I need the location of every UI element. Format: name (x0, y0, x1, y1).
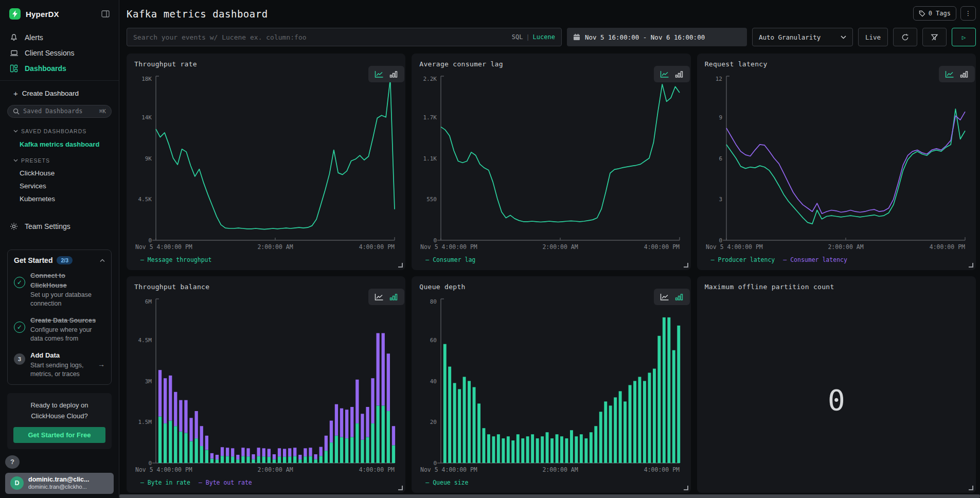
chart-type-toggle (368, 66, 404, 82)
legend-item[interactable]: — Consumer lag (425, 256, 475, 263)
bar-chart-toggle-icon[interactable] (387, 69, 400, 79)
chart-title: Throughput balance (134, 283, 398, 291)
x-axis-label: 2:00:00 AM (257, 243, 293, 251)
bar (345, 410, 348, 438)
event-search-input[interactable]: Search your events w/ Lucene ex. column:… (127, 28, 562, 46)
line-chart-toggle-icon[interactable] (658, 69, 671, 79)
chevron-up-icon[interactable] (100, 259, 105, 262)
user-menu[interactable]: D dominic.tran@clic... dominic.tran@clic… (5, 473, 114, 494)
line-chart-toggle-icon[interactable] (373, 69, 385, 79)
sidebar-item-alerts[interactable]: Alerts (6, 30, 113, 45)
bar (278, 456, 281, 463)
scrollbar-thumb[interactable] (119, 494, 980, 498)
get-started-step-sources[interactable]: ✓ Create Data Sources Configure where yo… (14, 315, 105, 343)
get-started-free-button[interactable]: Get Started for Free (13, 427, 105, 443)
chart-plot-area[interactable]: 036912Nov 5 4:00:00 PM2:00:00 AM4:00:00 … (705, 70, 968, 254)
bar (361, 440, 364, 463)
y-axis-label: 12 (715, 76, 722, 82)
bar (502, 438, 505, 463)
date-range-value: Nov 5 16:00:00 - Nov 6 16:00:00 (585, 33, 705, 41)
y-axis-label: 2.2K (423, 76, 437, 82)
legend-item[interactable]: — Byte in rate (140, 479, 190, 486)
get-started-step-add-data[interactable]: 3 Add Data Start sending logs, metrics, … (14, 350, 105, 378)
bar (283, 457, 286, 463)
refresh-button[interactable] (893, 28, 917, 46)
bar (595, 426, 598, 463)
y-axis-label: 1.1K (423, 155, 437, 162)
panel-kebab-menu-button[interactable]: ⋮ (960, 6, 976, 21)
bar (164, 378, 167, 423)
legend-item[interactable]: — Consumer latency (783, 256, 847, 263)
x-axis-label: 2:00:00 AM (543, 243, 578, 251)
granularity-select[interactable]: Auto Granularity (752, 28, 853, 46)
chart-title: Throughput rate (134, 60, 398, 68)
presets-section-header[interactable]: PRESETS (6, 153, 113, 167)
chevron-down-icon (13, 159, 18, 162)
horizontal-scrollbar[interactable] (119, 494, 980, 498)
avatar: D (10, 476, 24, 490)
step-subtitle: Set up your database connection (30, 291, 102, 308)
bar-chart-toggle-icon[interactable] (673, 69, 685, 79)
help-button[interactable]: ? (5, 455, 20, 469)
line-series (156, 79, 395, 229)
y-axis-label: 4.5K (138, 196, 152, 203)
sidebar-item-services[interactable]: Services (6, 180, 113, 192)
bar (392, 445, 395, 463)
panel-max-offline-partition-count: Maximum offline partition count 0 (697, 276, 976, 493)
line-chart-toggle-icon[interactable] (658, 292, 671, 301)
bar (319, 456, 323, 463)
bar-chart-toggle-icon[interactable] (387, 292, 400, 301)
saved-dashboards-search-input[interactable]: Saved Dashboards ⌘K (7, 105, 112, 118)
line-chart-toggle-icon[interactable] (943, 69, 956, 79)
lucene-mode-toggle[interactable]: Lucene (533, 33, 555, 41)
bar (580, 434, 583, 463)
sidebar-divider (0, 80, 119, 81)
sidebar-collapse-icon[interactable] (101, 10, 110, 17)
legend-item[interactable]: — Byte out rate (199, 479, 252, 486)
get-started-step-connect[interactable]: ✓ Connect to ClickHouse Set up your data… (14, 271, 105, 308)
sidebar-item-clickhouse[interactable]: ClickHouse (6, 167, 113, 180)
bar (604, 401, 608, 463)
bar-chart-toggle-icon[interactable] (673, 292, 685, 301)
legend-item[interactable]: — Message throughput (140, 256, 211, 263)
bar (226, 456, 229, 463)
tags-button[interactable]: 0 Tags (913, 6, 956, 21)
line-chart-toggle-icon[interactable] (373, 292, 385, 301)
bar (216, 459, 219, 463)
bar (345, 438, 348, 463)
chart-plot-area[interactable]: 05501.1K1.7K2.2KNov 5 4:00:00 PM2:00:00 … (419, 70, 683, 254)
sql-mode-toggle[interactable]: SQL (512, 33, 523, 41)
calendar-icon (573, 33, 580, 41)
date-range-picker[interactable]: Nov 5 16:00:00 - Nov 6 16:00:00 (567, 28, 747, 46)
sidebar-item-label: Dashboards (25, 64, 66, 73)
x-axis-label: Nov 5 4:00:00 PM (706, 243, 763, 251)
sidebar-item-client-sessions[interactable]: Client Sessions (6, 45, 113, 61)
filter-button[interactable] (922, 28, 947, 46)
x-axis-label: 4:00:00 PM (359, 466, 395, 473)
chart-plot-area[interactable]: 04.5K9K14K18KNov 5 4:00:00 PM2:00:00 AM4… (134, 70, 398, 254)
create-dashboard-button[interactable]: + Create Dashboard (6, 86, 113, 101)
x-axis-label: 4:00:00 PM (929, 243, 965, 251)
sidebar-item-label: Client Sessions (25, 49, 75, 57)
x-axis-label: 4:00:00 PM (359, 243, 395, 251)
bar (314, 454, 317, 459)
run-query-button[interactable]: ▷ (952, 28, 976, 46)
bar (205, 450, 208, 464)
chart-plot-area[interactable]: 020406080Nov 5 4:00:00 PM2:00:00 AM4:00:… (419, 293, 683, 476)
live-button[interactable]: Live (858, 28, 888, 46)
sidebar-item-kafka-dashboard[interactable]: Kafka metrics dashboard (6, 138, 113, 150)
legend-item[interactable]: — Queue size (425, 479, 468, 486)
bar-chart-toggle-icon[interactable] (958, 69, 970, 79)
sidebar-item-dashboards[interactable]: Dashboards (6, 61, 113, 76)
bar (169, 376, 172, 421)
user-name: dominic.tran@clic... (28, 476, 89, 484)
saved-dashboards-section-header[interactable]: SAVED DASHBOARDS (6, 124, 113, 137)
sidebar-item-kubernetes[interactable]: Kubernetes (6, 192, 113, 205)
bar (174, 426, 177, 463)
bar (231, 448, 234, 456)
sidebar-item-team-settings[interactable]: Team Settings (6, 219, 113, 234)
chart-plot-area[interactable]: 01.5M3M4.5M6MNov 5 4:00:00 PM2:00:00 AM4… (134, 293, 398, 476)
bar (288, 448, 291, 456)
legend-item[interactable]: — Producer latency (711, 256, 775, 263)
chart-type-toggle (368, 289, 404, 305)
